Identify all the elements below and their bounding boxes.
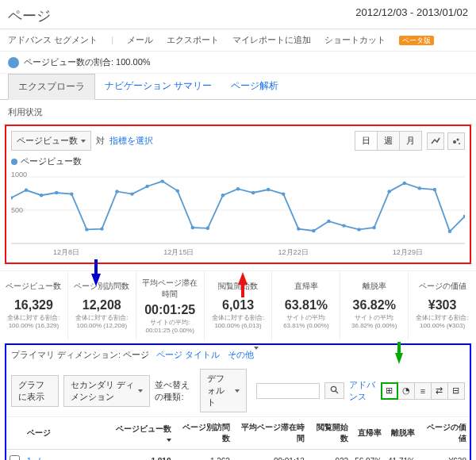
col-unique[interactable]: ページ別訪問数 (175, 417, 233, 450)
granularity-day[interactable]: 日 (355, 132, 378, 150)
col-entrances[interactable]: 閲覧開始数 (308, 417, 351, 450)
y-tick-1000: 1000 (11, 171, 27, 178)
metric-5[interactable]: 離脱率36.82%サイトの平均:36.82% (0.00%) (340, 271, 409, 340)
col-exit[interactable]: 離脱率 (385, 417, 418, 450)
svg-point-35 (448, 230, 451, 233)
svg-point-20 (221, 194, 225, 197)
data-table: ページ ページビュー数 ページ別訪問数 平均ページ滞在時間 閲覧開始数 直帰率 … (6, 417, 470, 460)
svg-point-17 (175, 189, 178, 192)
magnifier-icon (330, 385, 339, 394)
svg-point-37 (332, 386, 336, 391)
pageview-percentage-label: ページビュー数の割合: 100.00% (24, 56, 151, 68)
chart-panel: ページビュー数 対 指標を選択 日 週 月 ページビュー数 1000 500 (5, 125, 471, 264)
svg-point-19 (206, 227, 209, 230)
sort-type-label: 並べ替えの種類: (155, 379, 195, 403)
svg-point-7 (25, 189, 28, 192)
x-axis-labels: 12月8日 12月15日 12月22日 12月29日 (11, 247, 465, 258)
chart-area[interactable]: 1000 500 (11, 171, 465, 246)
shortcut-link[interactable]: ショートカット (324, 35, 386, 44)
svg-point-1 (457, 138, 459, 140)
svg-point-11 (85, 228, 88, 231)
view-mode-group: ⊞ ◔ ≡ ⇄ ⊟ (382, 382, 465, 400)
svg-point-14 (130, 192, 133, 195)
row-checkbox[interactable] (10, 455, 20, 460)
dim-page[interactable]: ページ (123, 350, 149, 359)
search-input[interactable] (256, 383, 320, 399)
metric-4[interactable]: 直帰率63.81%サイトの平均:63.81% (0.00%) (272, 271, 340, 340)
green-arrow-annotation (395, 353, 403, 364)
date-range[interactable]: 2012/12/03 - 2013/01/02 (355, 6, 468, 18)
view-pie-icon[interactable]: ◔ (397, 382, 415, 400)
svg-point-24 (282, 192, 285, 195)
dim-page-title[interactable]: ページ タイトル (156, 350, 220, 359)
view-performance-icon[interactable]: ≡ (414, 382, 432, 400)
svg-point-27 (327, 220, 330, 223)
svg-point-16 (160, 179, 163, 182)
select-comparison-metric[interactable]: 指標を選択 (109, 135, 153, 147)
metric-2[interactable]: 平均ページ滞在時間00:01:25サイトの平均:00:01:25 (0.00%) (136, 271, 205, 340)
granularity-group: 日 週 月 (355, 131, 422, 151)
metric-0[interactable]: ページビュー数16,329全体に対する割合:100.00% (16,329) (0, 271, 68, 340)
add-to-report-link[interactable]: マイレポートに追加 (232, 35, 311, 44)
tab-explorer[interactable]: エクスプローラ (8, 74, 95, 100)
svg-point-8 (40, 194, 43, 197)
legend-dot-icon (11, 159, 17, 165)
percentage-row: ページビュー数の割合: 100.00% (0, 52, 476, 74)
granularity-week[interactable]: 週 (378, 132, 400, 150)
page-title: ページ (8, 6, 51, 25)
chart-legend: ページビュー数 (11, 155, 465, 167)
svg-point-28 (342, 224, 345, 227)
advanced-filter-link[interactable]: アドバンス (349, 379, 377, 403)
svg-point-0 (453, 140, 456, 144)
svg-point-26 (312, 229, 315, 232)
report-toolbar: アドバンス セグメント | メール エクスポート マイレポートに追加 ショートカ… (0, 29, 476, 52)
svg-point-30 (372, 226, 375, 229)
secondary-dimension-selector[interactable]: セカンダリ ディメンション (63, 375, 151, 407)
col-page[interactable]: ページ (24, 417, 109, 450)
caret-down-icon (81, 140, 86, 143)
sort-type-selector[interactable]: デフォルト (200, 369, 247, 412)
vs-label: 対 (96, 135, 105, 147)
metric-6[interactable]: ページの価値¥303全体に対する割合:100.00% (¥303) (409, 271, 476, 340)
metric-selector[interactable]: ページビュー数 (11, 131, 91, 151)
svg-point-15 (145, 185, 148, 188)
view-table-icon[interactable]: ⊞ (381, 382, 398, 400)
metric-1[interactable]: ページ別訪問数12,208全体に対する割合:100.00% (12,208) (68, 271, 136, 340)
svg-point-29 (357, 228, 360, 231)
view-pivot-icon[interactable]: ⊟ (447, 382, 465, 400)
svg-point-18 (191, 226, 194, 229)
beta-badge: ベータ版 (399, 36, 434, 45)
svg-point-25 (297, 227, 300, 230)
svg-point-2 (459, 143, 460, 144)
advanced-segment-link[interactable]: アドバンス セグメント (8, 35, 98, 44)
chart-type-line-icon[interactable] (427, 132, 444, 150)
legend-primary-label: ページビュー数 (21, 155, 82, 167)
svg-point-32 (402, 182, 405, 185)
svg-point-34 (433, 188, 436, 191)
mail-link[interactable]: メール (127, 35, 153, 44)
blue-arrow-annotation (91, 274, 101, 286)
tab-navigation-summary[interactable]: ナビゲーション サマリー (95, 74, 221, 99)
svg-line-38 (336, 391, 338, 393)
col-pageviews[interactable]: ページビュー数 (109, 417, 175, 450)
chart-type-motion-icon[interactable] (447, 132, 465, 150)
svg-point-23 (267, 188, 270, 191)
granularity-month[interactable]: 月 (400, 132, 421, 150)
col-bounce[interactable]: 直帰率 (351, 417, 385, 450)
report-tabs: エクスプローラ ナビゲーション サマリー ページ解析 (0, 74, 476, 100)
view-comparison-icon[interactable]: ⇄ (431, 382, 448, 400)
usage-label[interactable]: 利用状況 (0, 100, 476, 121)
export-link[interactable]: エクスポート (167, 35, 219, 44)
col-avg-time[interactable]: 平均ページ滞在時間 (233, 417, 308, 450)
svg-point-10 (70, 192, 73, 195)
red-arrow-annotation (238, 272, 248, 285)
pie-icon (8, 57, 19, 68)
col-value[interactable]: ページの価値 (418, 417, 470, 450)
svg-point-9 (55, 191, 58, 194)
dim-other[interactable]: その他 (228, 347, 259, 359)
tab-page-analysis[interactable]: ページ解析 (221, 74, 288, 99)
table-row[interactable]: 1. /1,8101,26200:01:1392256.07%41.71%¥62… (6, 450, 470, 460)
svg-point-33 (418, 186, 421, 190)
plot-rows-button[interactable]: グラフに表示 (11, 375, 59, 407)
search-button[interactable] (324, 382, 344, 399)
